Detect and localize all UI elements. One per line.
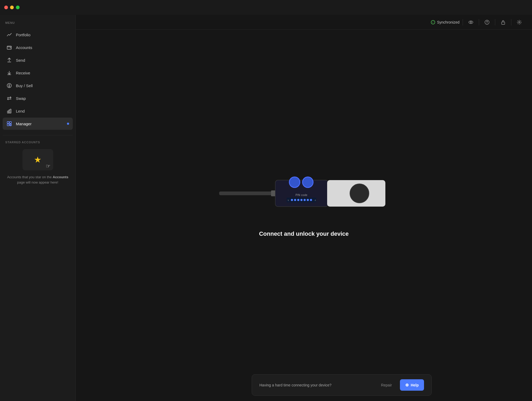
send-icon	[6, 57, 12, 63]
sidebar-item-label-buy-sell: Buy / Sell	[16, 83, 33, 88]
receive-icon	[6, 70, 12, 76]
svg-point-29	[297, 199, 299, 201]
starred-empty-state: ★ ☞ Accounts that you star on the Accoun…	[5, 149, 70, 185]
cursor-indicator: ☞	[46, 163, 51, 169]
svg-point-35	[350, 184, 369, 203]
starred-accounts-section: STARRED ACCOUNTS ★ ☞ Accounts that you s…	[0, 141, 75, 185]
sidebar-item-accounts[interactable]: Accounts	[3, 41, 73, 54]
sidebar-item-portfolio[interactable]: Portfolio	[3, 29, 73, 41]
sidebar-item-label-lend: Lend	[16, 109, 25, 113]
help-circle-button[interactable]	[482, 17, 492, 27]
svg-rect-18	[219, 191, 275, 195]
sidebar-item-swap[interactable]: Swap	[3, 92, 73, 104]
visibility-button[interactable]	[466, 17, 476, 27]
main-content: Synchronized	[76, 15, 532, 401]
sync-checkmark-icon	[431, 20, 435, 24]
svg-rect-5	[10, 109, 11, 113]
sidebar-item-send[interactable]: Send	[3, 54, 73, 66]
starred-card: ★ ☞	[22, 149, 53, 170]
svg-point-28	[294, 199, 296, 201]
topbar-divider-2	[479, 19, 479, 25]
repair-link[interactable]: Repair	[381, 383, 392, 387]
svg-rect-3	[7, 111, 8, 113]
device-connection-title: Connect and unlock your device	[259, 230, 349, 237]
svg-point-17	[519, 21, 520, 23]
sync-label: Synchronized	[437, 20, 459, 24]
svg-rect-6	[7, 122, 9, 123]
svg-point-33	[310, 199, 312, 201]
app-layout: MENU Portfolio	[0, 15, 532, 401]
bottom-banner: Having a hard time connecting your devic…	[151, 369, 532, 401]
star-icon: ★	[34, 155, 42, 165]
svg-text:PIN code: PIN code	[295, 194, 307, 197]
sidebar-item-label-portfolio: Portfolio	[16, 33, 30, 37]
swap-icon	[6, 95, 12, 101]
svg-rect-4	[9, 110, 10, 113]
help-button[interactable]: ⊕ Help	[400, 379, 424, 391]
topbar: Synchronized	[76, 15, 532, 30]
notification-dot	[67, 123, 69, 125]
close-button[interactable]	[4, 6, 8, 9]
svg-text:∨: ∨	[287, 199, 289, 202]
svg-text:∧: ∧	[314, 199, 316, 202]
svg-point-15	[487, 23, 487, 24]
svg-point-21	[289, 177, 300, 188]
wallet-icon	[6, 44, 12, 50]
sidebar-item-buy-sell[interactable]: Buy / Sell	[3, 79, 73, 92]
topbar-divider-3	[495, 19, 495, 25]
traffic-lights	[4, 6, 20, 9]
grid-icon	[6, 121, 12, 127]
titlebar	[0, 0, 532, 15]
help-circle-small-icon: ⊕	[405, 382, 409, 387]
minimize-button[interactable]	[10, 6, 14, 9]
sidebar-item-manager[interactable]: Manager	[3, 118, 73, 130]
svg-point-32	[307, 199, 309, 201]
topbar-divider-4	[511, 19, 511, 25]
help-button-label: Help	[411, 383, 419, 387]
maximize-button[interactable]	[16, 6, 20, 9]
sidebar-item-label-receive: Receive	[16, 71, 30, 75]
starred-description: Accounts that you star on the Accounts p…	[5, 175, 70, 185]
sidebar-item-receive[interactable]: Receive	[3, 67, 73, 79]
device-area: PIN code ∨ ∧ Connect and unlock	[76, 30, 532, 401]
svg-rect-1	[10, 47, 11, 48]
svg-point-31	[304, 199, 306, 201]
lock-button[interactable]	[498, 17, 508, 27]
menu-label: MENU	[0, 21, 75, 29]
svg-point-12	[469, 21, 473, 24]
svg-point-13	[470, 21, 472, 23]
svg-rect-20	[275, 180, 328, 207]
banner-card: Having a hard time connecting your devic…	[252, 374, 432, 396]
svg-rect-7	[10, 122, 11, 123]
svg-rect-8	[7, 124, 9, 126]
nav-items: Portfolio Accounts	[0, 29, 75, 130]
sidebar-item-label-swap: Swap	[16, 96, 26, 101]
sync-status: Synchronized	[431, 20, 459, 24]
svg-point-27	[291, 199, 293, 201]
bar-chart-icon	[6, 108, 12, 114]
topbar-divider-1	[463, 19, 463, 25]
settings-button[interactable]	[515, 17, 524, 27]
device-illustration: PIN code ∨ ∧	[219, 167, 389, 220]
sidebar-divider	[3, 135, 73, 135]
svg-point-22	[303, 177, 313, 188]
sidebar-item-lend[interactable]: Lend	[3, 105, 73, 117]
starred-label: STARRED ACCOUNTS	[5, 141, 70, 144]
chart-line-icon	[6, 32, 12, 38]
sidebar: MENU Portfolio	[0, 15, 76, 401]
sidebar-item-label-send: Send	[16, 58, 25, 63]
sidebar-item-label-accounts: Accounts	[16, 45, 32, 50]
dollar-circle-icon	[6, 83, 12, 88]
sidebar-item-label-manager: Manager	[16, 122, 31, 126]
svg-rect-16	[502, 22, 505, 24]
svg-point-30	[300, 199, 303, 201]
banner-text: Having a hard time connecting your devic…	[259, 383, 373, 387]
